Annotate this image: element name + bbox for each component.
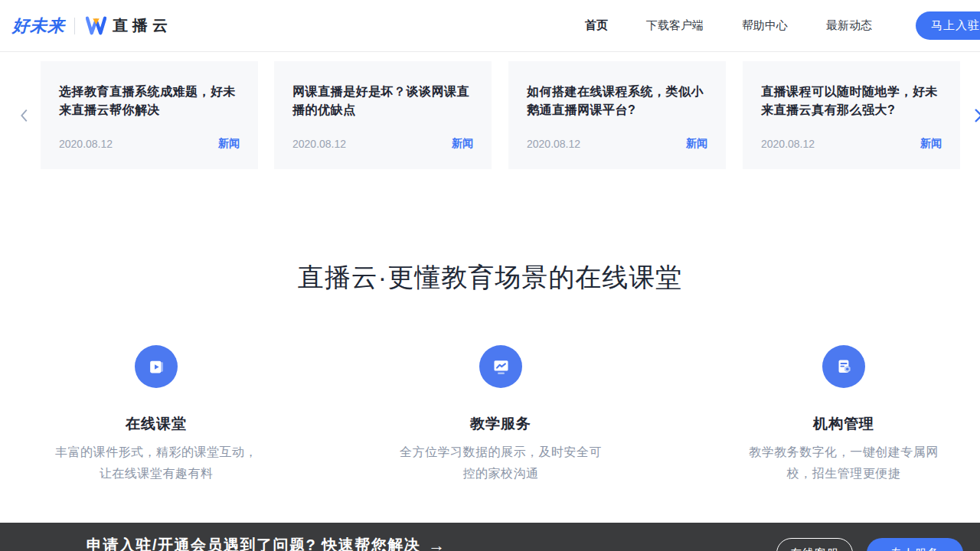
arrow-right-icon: → [428,536,446,551]
feature-title: 机构管理 [714,414,974,434]
feature-description: 全方位学习数据的展示，及时安全可 控的家校沟通 [371,442,631,484]
top-nav-bar: 好未来 直播云 首页 下载客户端 帮助中心 最新动态 马上入驻 [0,0,980,52]
feature-desc-line: 校，招生管理更便捷 [714,463,974,484]
feature-online-classroom: 在线课堂 丰富的课件形式，精彩的课堂互动， 让在线课堂有趣有料 [26,345,286,484]
carousel-next-button[interactable] [969,105,980,126]
chevron-right-icon [969,106,980,125]
carousel-prev-button[interactable] [15,105,34,126]
product-name: 直播云 [113,15,172,36]
news-card-meta: 2020.08.12 新闻 [59,137,240,151]
nav-item-latest-news[interactable]: 最新动态 [826,18,872,33]
feature-desc-line: 全方位学习数据的展示，及时安全可 [371,442,631,463]
nav-item-home[interactable]: 首页 [585,18,608,33]
news-card-tag[interactable]: 新闻 [920,137,942,151]
news-card[interactable]: 如何搭建在线课程系统，类似小鹅通直播网课平台? 2020.08.12 新闻 [508,61,726,169]
logo-divider [74,18,75,34]
news-card-meta: 2020.08.12 新闻 [761,137,942,151]
brand-logo[interactable]: 好未来 直播云 [12,0,172,51]
news-card-meta: 2020.08.12 新闻 [292,137,473,151]
feature-desc-line: 教学教务数字化，一键创建专属网 [714,442,974,463]
document-gear-icon [822,345,865,388]
news-card-date: 2020.08.12 [59,138,113,150]
tal-logo-text: 好未来 [12,15,65,37]
news-card-title: 选择教育直播系统成难题，好未来直播云帮你解决 [59,83,241,119]
news-card[interactable]: 网课直播是好是坏？谈谈网课直播的优缺点 2020.08.12 新闻 [274,61,492,169]
news-card-tag[interactable]: 新闻 [686,137,707,151]
feature-title: 教学服务 [371,414,631,434]
online-service-button[interactable]: 在线客服 [776,538,853,551]
news-card-title: 直播课程可以随时随地学，好未来直播云真有那么强大? [761,83,943,119]
news-card-date: 2020.08.12 [761,138,815,150]
feature-teaching-service: 教学服务 全方位学习数据的展示，及时安全可 控的家校沟通 [371,345,631,484]
feature-organization-management: 机构管理 教学教务数字化，一键创建专属网 校，招生管理更便捷 [714,345,974,484]
page: 好未来 直播云 首页 下载客户端 帮助中心 最新动态 马上入驻 选择教育直播系统… [0,0,980,551]
help-banner: 申请入驻/开通会员遇到了问题? 快速帮您解决 → 在线客服 专人服务 [0,523,980,551]
news-card-tag[interactable]: 新闻 [218,137,240,151]
dedicated-service-button[interactable]: 专人服务 [867,538,963,551]
news-card[interactable]: 选择教育直播系统成难题，好未来直播云帮你解决 2020.08.12 新闻 [41,61,258,169]
news-card-title: 网课直播是好是坏？谈谈网课直播的优缺点 [292,83,475,119]
nav-item-help-center[interactable]: 帮助中心 [742,18,788,33]
feature-description: 丰富的课件形式，精彩的课堂互动， 让在线课堂有趣有料 [26,442,286,484]
nav-item-download-client[interactable]: 下载客户端 [646,18,704,33]
feature-desc-line: 丰富的课件形式，精彩的课堂互动， [26,442,286,463]
news-card-meta: 2020.08.12 新闻 [527,137,707,151]
play-video-icon [135,345,178,388]
feature-description: 教学教务数字化，一键创建专属网 校，招生管理更便捷 [714,442,974,484]
news-card[interactable]: 直播课程可以随时随地学，好未来直播云真有那么强大? 2020.08.12 新闻 [743,61,960,169]
feature-desc-line: 控的家校沟通 [371,463,631,484]
chevron-left-icon [16,107,33,124]
news-card-date: 2020.08.12 [527,138,580,150]
feature-title: 在线课堂 [26,414,286,434]
help-banner-message: 申请入驻/开通会员遇到了问题? 快速帮您解决 [87,535,420,551]
w-logo-icon [86,16,106,35]
main-nav: 首页 下载客户端 帮助中心 最新动态 [585,0,872,51]
chart-monitor-icon [479,345,522,388]
signup-now-button[interactable]: 马上入驻 [916,11,980,40]
page-title: 直播云·更懂教育场景的在线课堂 [0,260,980,295]
news-card-date: 2020.08.12 [292,138,346,150]
news-card-title: 如何搭建在线课程系统，类似小鹅通直播网课平台? [527,83,709,119]
news-card-tag[interactable]: 新闻 [452,137,473,151]
feature-desc-line: 让在线课堂有趣有料 [26,463,286,484]
help-banner-link[interactable]: 申请入驻/开通会员遇到了问题? 快速帮您解决 → [87,535,446,551]
